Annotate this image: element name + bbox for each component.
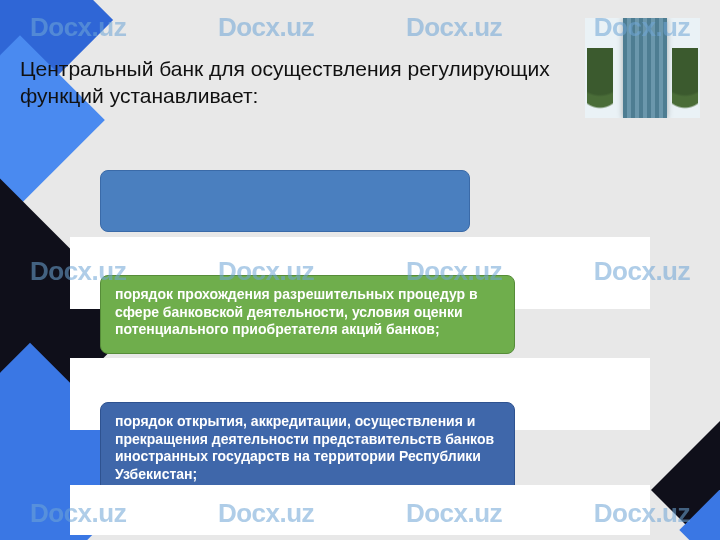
card-green-text: порядок прохождения разрешительных проце… bbox=[115, 286, 478, 337]
card-darkblue-text: порядок открытия, аккредитации, осуществ… bbox=[115, 413, 494, 482]
white-bar-3 bbox=[70, 485, 650, 535]
card-blue-empty bbox=[100, 170, 470, 232]
slide-heading: Центральный банк для осуществления регул… bbox=[20, 55, 560, 110]
card-green: порядок прохождения разрешительных проце… bbox=[100, 275, 515, 354]
card-darkblue: порядок открытия, аккредитации, осуществ… bbox=[100, 402, 515, 498]
building-image bbox=[585, 18, 700, 118]
